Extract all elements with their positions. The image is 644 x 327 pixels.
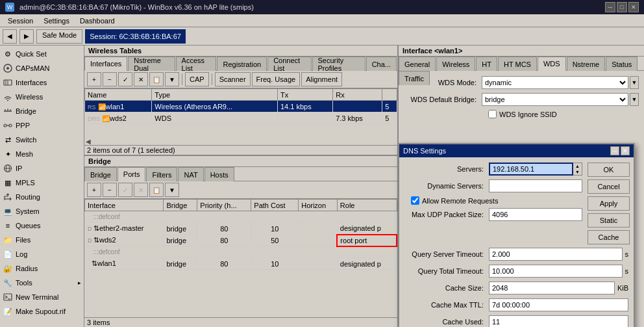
menu-session[interactable]: Session xyxy=(3,16,38,26)
cache-button[interactable]: Cache xyxy=(588,230,630,244)
wds-ignore-ssid-checkbox[interactable] xyxy=(488,110,497,118)
apply-button[interactable]: Apply xyxy=(588,196,630,211)
sidebar-item-terminal[interactable]: New Terminal xyxy=(0,290,84,304)
tab-nstreme-dual[interactable]: Nstreme Dual xyxy=(128,57,175,71)
sidebar-item-supout[interactable]: 📝 Make Supout.rif xyxy=(0,304,84,319)
tab-bridge[interactable]: Bridge xyxy=(84,167,117,181)
scanner-button[interactable]: Scanner xyxy=(215,72,251,86)
sidebar-item-files[interactable]: 📁 Files xyxy=(0,233,84,247)
tab-wireless[interactable]: Wireless xyxy=(436,57,475,71)
table-row[interactable]: D ⇅ether2-master bridge 80 10 designated… xyxy=(85,223,397,235)
dialog-close[interactable]: ✕ xyxy=(621,146,630,155)
alignment-button[interactable]: Alignment xyxy=(301,72,342,86)
table-row[interactable]: DRS 📶wds2 WDS 7.3 kbps 5 xyxy=(85,112,397,124)
wds-mode-dropdown[interactable]: ▼ xyxy=(630,76,639,89)
wds-mode-select[interactable]: dynamic xyxy=(482,76,628,89)
cache-used-label: Cache Used: xyxy=(404,318,489,326)
allow-remote-checkbox[interactable] xyxy=(411,196,419,205)
sidebar-item-ip[interactable]: IP xyxy=(0,161,84,176)
sidebar-item-interfaces[interactable]: Interfaces xyxy=(0,75,84,90)
ok-button[interactable]: OK xyxy=(588,163,630,177)
check-button[interactable]: ✓ xyxy=(118,72,132,86)
sidebar-item-mpls[interactable]: ▦ MPLS xyxy=(0,176,84,190)
max-udp-input[interactable] xyxy=(489,208,582,221)
x-button[interactable]: ✕ xyxy=(134,72,148,86)
sidebar-item-log[interactable]: 📄 Log xyxy=(0,247,84,261)
table-row[interactable]: ⇅wlan1 bridge 80 10 designated p xyxy=(85,258,397,270)
tab-security-profiles[interactable]: Security Profiles xyxy=(312,57,365,71)
query-total-timeout-input[interactable] xyxy=(489,265,623,278)
close-button[interactable]: ✕ xyxy=(628,2,639,12)
sidebar-item-routing[interactable]: Routing xyxy=(0,190,84,204)
minimize-button[interactable]: ─ xyxy=(605,2,615,12)
sidebar-item-mesh[interactable]: ✦ Mesh xyxy=(0,147,84,161)
sidebar-item-capsman[interactable]: CAPsMAN xyxy=(0,61,84,75)
tab-ports[interactable]: Ports xyxy=(118,167,146,181)
tab-htmcs[interactable]: HT MCS xyxy=(498,57,537,71)
add-button[interactable]: + xyxy=(87,72,101,86)
menu-dashboard[interactable]: Dashboard xyxy=(75,16,120,26)
copy-button[interactable]: 📋 xyxy=(149,72,164,86)
forward-button[interactable]: ▶ xyxy=(19,29,34,44)
tab-wds[interactable]: WDS xyxy=(538,57,566,71)
dialog-minimize[interactable]: ─ xyxy=(610,146,619,155)
session-label: Session: 6C:3B:6B:16:BA:67 xyxy=(85,29,186,44)
sidebar-label-switch: Switch xyxy=(16,136,36,144)
sidebar-item-quickset[interactable]: ⚙ Quick Set xyxy=(0,47,84,61)
freq-usage-button[interactable]: Freq. Usage xyxy=(252,72,301,86)
tab-ht[interactable]: HT xyxy=(476,57,497,71)
bridge-remove-button[interactable]: − xyxy=(103,183,117,197)
safe-mode-button[interactable]: Safe Mode xyxy=(36,29,82,44)
tab-connect-list[interactable]: Connect List xyxy=(267,57,311,71)
tab-interfaces[interactable]: Interfaces xyxy=(84,57,127,71)
tab-cha[interactable]: Cha... xyxy=(366,57,397,71)
sidebar-item-system[interactable]: 💻 System xyxy=(0,204,84,218)
maximize-button[interactable]: □ xyxy=(617,2,627,12)
bcol-priority: Priority (h... xyxy=(197,200,251,211)
tab-access-list[interactable]: Access List xyxy=(176,57,217,71)
menu-settings[interactable]: Settings xyxy=(38,16,75,26)
cache-used-input[interactable] xyxy=(489,315,628,327)
cap-button[interactable]: CAP xyxy=(185,72,209,86)
sidebar-item-tools[interactable]: 🔧 Tools ▸ xyxy=(0,276,84,290)
wds-bridge-select[interactable]: bridge xyxy=(482,93,628,106)
tab-nat[interactable]: NAT xyxy=(178,167,203,181)
tab-status[interactable]: Status xyxy=(606,57,638,71)
static-button[interactable]: Static xyxy=(588,213,630,228)
servers-down-arrow[interactable]: ▼ xyxy=(573,169,582,175)
bridge-copy-button[interactable]: 📋 xyxy=(149,183,164,197)
interface-tab-bar: General Wireless HT HT MCS WDS Nstreme S… xyxy=(399,57,644,71)
bridge-filter-button[interactable]: ▼ xyxy=(165,183,179,197)
tab-registration[interactable]: Registration xyxy=(217,57,267,71)
table-row[interactable]: D ⇅wds2 bridge 80 50 root port xyxy=(85,235,397,246)
back-button[interactable]: ◀ xyxy=(3,29,17,44)
bridge-x-button[interactable]: ✕ xyxy=(134,183,148,197)
sidebar-item-ppp[interactable]: PPP xyxy=(0,118,84,133)
scroll-left-arrow[interactable]: ◀ xyxy=(84,138,397,145)
tab-hosts[interactable]: Hosts xyxy=(204,167,234,181)
sidebar-item-switch[interactable]: ⇄ Switch xyxy=(0,133,84,147)
filter-button[interactable]: ▼ xyxy=(165,72,179,86)
tab-nstreme[interactable]: Nstreme xyxy=(567,57,606,71)
cancel-button[interactable]: Cancel xyxy=(588,179,630,194)
sidebar-item-radius[interactable]: 🔐 Radius xyxy=(0,261,84,276)
sidebar-item-wireless[interactable]: Wireless xyxy=(0,90,84,104)
wds-form: WDS Mode: dynamic ▼ WDS Default Bridge: … xyxy=(399,71,644,127)
bridge-add-button[interactable]: + xyxy=(87,183,101,197)
cache-size-input[interactable] xyxy=(489,281,615,294)
dynamic-servers-input[interactable] xyxy=(489,179,582,192)
query-server-timeout-input[interactable] xyxy=(489,248,623,261)
servers-input[interactable] xyxy=(489,163,573,176)
cell-horizon xyxy=(299,258,338,270)
servers-up-arrow[interactable]: ▲ xyxy=(573,163,582,169)
sidebar-item-bridge[interactable]: Bridge xyxy=(0,104,84,118)
tab-general[interactable]: General xyxy=(399,57,436,71)
sidebar-item-queues[interactable]: ≡ Queues xyxy=(0,218,84,233)
bridge-check-button[interactable]: ✓ xyxy=(118,183,132,197)
wds-bridge-dropdown[interactable]: ▼ xyxy=(630,93,639,106)
table-row[interactable]: RS 📶wlan1 Wireless (Atheros AR9... 14.1 … xyxy=(85,101,397,112)
bcol-iface: Interface xyxy=(85,200,164,211)
remove-button[interactable]: − xyxy=(103,72,117,86)
tab-filters[interactable]: Filters xyxy=(146,167,177,181)
cache-max-ttl-input[interactable] xyxy=(489,298,628,311)
